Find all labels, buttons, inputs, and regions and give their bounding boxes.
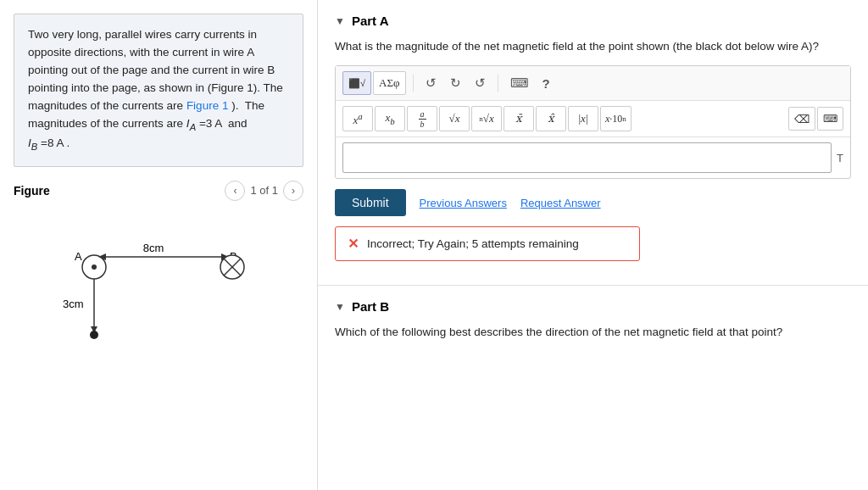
part-a-collapse-icon[interactable]: ▼	[335, 15, 345, 27]
request-answer-button[interactable]: Request Answer	[520, 197, 601, 209]
conjunction: and	[228, 117, 248, 130]
figure-canvas: A 8cm B 3cm	[14, 208, 303, 343]
editor-backspace-btn[interactable]: ⌫	[788, 107, 815, 131]
part-a-label: Part A	[352, 14, 389, 28]
wire-a-dot	[92, 264, 97, 270]
part-a-question: What is the magnitude of the net magneti…	[335, 38, 851, 55]
part-a-header: ▼ Part A	[335, 14, 851, 28]
editor-redo-btn[interactable]: ↻	[445, 71, 466, 95]
editor-formula-btn[interactable]: ΑΣφ	[373, 71, 405, 95]
part-b-section: ▼ Part B Which of the following best des…	[318, 286, 868, 365]
figure-prev-button[interactable]: ‹	[225, 181, 245, 201]
figure-next-button[interactable]: ›	[283, 181, 303, 201]
part-a-section: ▼ Part A What is the magnitude of the ne…	[318, 0, 868, 286]
toolbar-mode-group: ⬛√ ΑΣφ	[342, 71, 406, 95]
part-b-label: Part B	[352, 299, 389, 314]
problem-math-ib: IB =8 A .	[28, 136, 70, 149]
part-b-header: ▼ Part B	[335, 299, 851, 314]
sym-abs-btn[interactable]: |x|	[568, 106, 598, 131]
sym-nthroot-btn[interactable]: n√x	[471, 106, 502, 131]
sym-power-btn[interactable]: xa	[342, 106, 373, 131]
figure-svg: A 8cm B 3cm	[14, 208, 285, 343]
figure-title: Figure	[14, 184, 50, 198]
sym-xbar-btn[interactable]: x̄	[504, 106, 534, 131]
editor-undo-btn[interactable]: ↺	[420, 71, 442, 95]
feedback-box: ✕ Incorrect; Try Again; 5 attempts remai…	[335, 226, 640, 261]
submit-button[interactable]: Submit	[335, 189, 406, 216]
editor-input-row: T	[336, 137, 850, 178]
editor-refresh-btn[interactable]: ↺	[470, 71, 491, 95]
sym-sqrt-btn[interactable]: √x	[439, 106, 470, 131]
measurement-point	[90, 331, 98, 339]
editor-help-btn[interactable]: ?	[537, 71, 555, 95]
figure-link[interactable]: Figure 1	[186, 99, 229, 112]
right-panel: ▼ Part A What is the magnitude of the ne…	[318, 0, 868, 490]
figure-nav: ‹ 1 of 1 ›	[225, 181, 303, 201]
editor-toolbar: ⬛√ ΑΣφ ↺ ↻ ↺ ⌨ ?	[336, 66, 850, 101]
math-input[interactable]	[342, 142, 832, 173]
sym-xhat-btn[interactable]: x̂	[536, 106, 566, 131]
feedback-text: Incorrect; Try Again; 5 attempts remaini…	[367, 237, 579, 250]
t-label: T	[837, 152, 843, 164]
part-b-collapse-icon[interactable]: ▼	[335, 301, 345, 313]
previous-answers-button[interactable]: Previous Answers	[420, 197, 507, 209]
figure-nav-count: 1 of 1	[250, 184, 278, 197]
figure-section: Figure ‹ 1 of 1 › A 8cm B	[14, 181, 303, 476]
math-editor: ⬛√ ΑΣφ ↺ ↻ ↺ ⌨ ? xa xb ab √x	[335, 65, 851, 179]
problem-description: Two very long, parallel wires carry curr…	[14, 14, 303, 167]
part-b-question: Which of the following best describes th…	[335, 324, 851, 341]
sym-sci-btn[interactable]: x·10n	[600, 106, 632, 131]
distance-label: 8cm	[143, 242, 164, 254]
feedback-error-icon: ✕	[348, 236, 359, 252]
editor-matrix-btn[interactable]: ⬛√	[342, 71, 371, 95]
left-panel: Two very long, parallel wires carry curr…	[0, 0, 318, 490]
toolbar-sep-2	[498, 75, 498, 92]
height-label: 3cm	[63, 298, 84, 310]
toolbar-sep-1	[413, 75, 414, 92]
action-row: Submit Previous Answers Request Answer	[335, 189, 851, 216]
editor-symbols: xa xb ab √x n√x x̄ x̂ |x| x·10n ⌫ ⌨	[336, 101, 850, 137]
sym-subscript-btn[interactable]: xb	[375, 106, 405, 131]
wire-a-label: A	[75, 250, 82, 263]
editor-keyboard-btn[interactable]: ⌨	[505, 71, 534, 95]
sym-fraction-btn[interactable]: ab	[407, 106, 437, 131]
figure-header: Figure ‹ 1 of 1 ›	[14, 181, 303, 201]
editor-keyboard2-btn[interactable]: ⌨	[817, 107, 843, 131]
